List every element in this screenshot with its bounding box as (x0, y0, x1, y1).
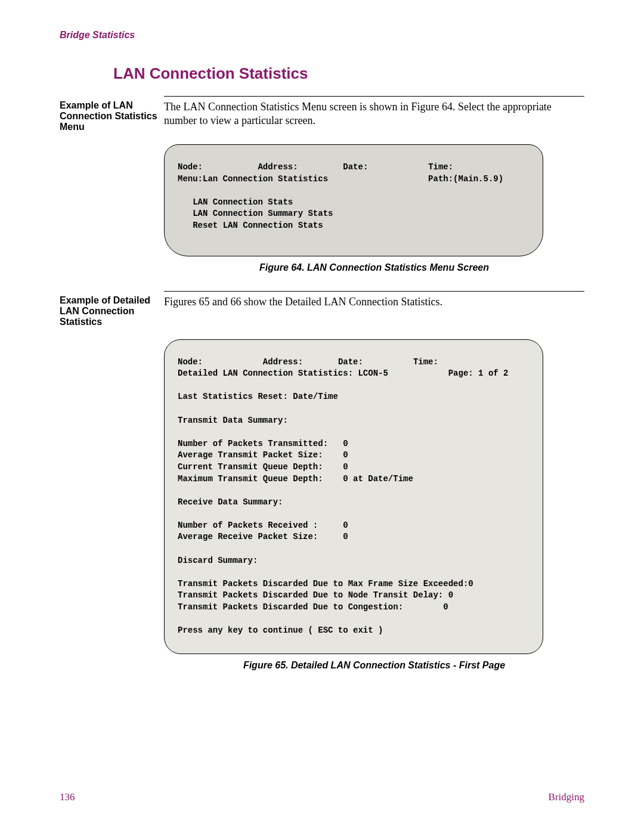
f65-rx-pkts: Number of Packets Received : 0 (178, 521, 348, 530)
f65-tx-header: Transmit Data Summary: (178, 416, 288, 425)
f64-menu: Menu:Lan Connection Statistics (178, 174, 328, 184)
f64-date: Date: (343, 162, 368, 172)
f65-rx-avg: Average Receive Packet Size: 0 (178, 532, 348, 541)
f64-time: Time: (428, 162, 453, 172)
f64-path: Path:(Main.5.9) (428, 174, 503, 184)
f65-address: Address: (263, 357, 303, 367)
f65-title: Detailed LAN Connection Statistics: LCON… (178, 368, 388, 378)
footer-label: Bridging (549, 791, 584, 803)
f64-item1: LAN Connection Stats (193, 197, 293, 207)
f65-date: Date: (338, 357, 363, 367)
running-header: Bridge Statistics (60, 30, 584, 41)
body-para-1: The LAN Connection Statistics Menu scree… (164, 100, 584, 132)
section-heading: LAN Connection Statistics (113, 64, 584, 83)
f65-disc1: Transmit Packets Discarded Due to Max Fr… (178, 579, 473, 589)
f65-disc3: Transmit Packets Discarded Due to Conges… (178, 602, 448, 612)
f65-tx-pkts: Number of Packets Transmitted: 0 (178, 439, 348, 448)
f65-reset: Last Statistics Reset: Date/Time (178, 392, 338, 401)
f64-address: Address: (258, 162, 298, 172)
figure-65-terminal: Node: Address: Date: Time: Detailed LAN … (164, 339, 543, 654)
rule-2 (164, 291, 584, 292)
rule (164, 96, 584, 97)
f65-time: Time: (413, 357, 438, 367)
f65-rx-header: Receive Data Summary: (178, 497, 283, 507)
f65-tx-curq: Current Transmit Queue Depth: 0 (178, 462, 348, 472)
f65-disc2: Transmit Packets Discarded Due to Node T… (178, 590, 453, 600)
f65-disc-header: Discard Summary: (178, 556, 258, 565)
figure-64-caption: Figure 64. LAN Connection Statistics Men… (164, 262, 584, 273)
sidehead-1: Example of LAN Connection Statistics Men… (60, 100, 164, 132)
page-number: 136 (60, 791, 75, 803)
f65-pageinfo: Page: 1 of 2 (448, 368, 509, 378)
figure-64-terminal: Node: Address: Date: Time: Menu:Lan Conn… (164, 144, 543, 256)
figure-65-caption: Figure 65. Detailed LAN Connection Stati… (164, 660, 584, 671)
f64-item2: LAN Connection Summary Stats (193, 209, 333, 218)
f64-item3: Reset LAN Connection Stats (193, 221, 323, 230)
f65-tx-maxq: Maximum Transmit Queue Depth: 0 at Date/… (178, 474, 413, 484)
sidehead-2: Example of Detailed LAN Connection Stati… (60, 295, 164, 327)
f65-prompt: Press any key to continue ( ESC to exit … (178, 625, 383, 635)
f64-node: Node: (178, 162, 203, 172)
body-para-2: Figures 65 and 66 show the Detailed LAN … (164, 295, 584, 327)
f65-node: Node: (178, 357, 203, 367)
f65-tx-avg: Average Transmit Packet Size: 0 (178, 450, 348, 460)
